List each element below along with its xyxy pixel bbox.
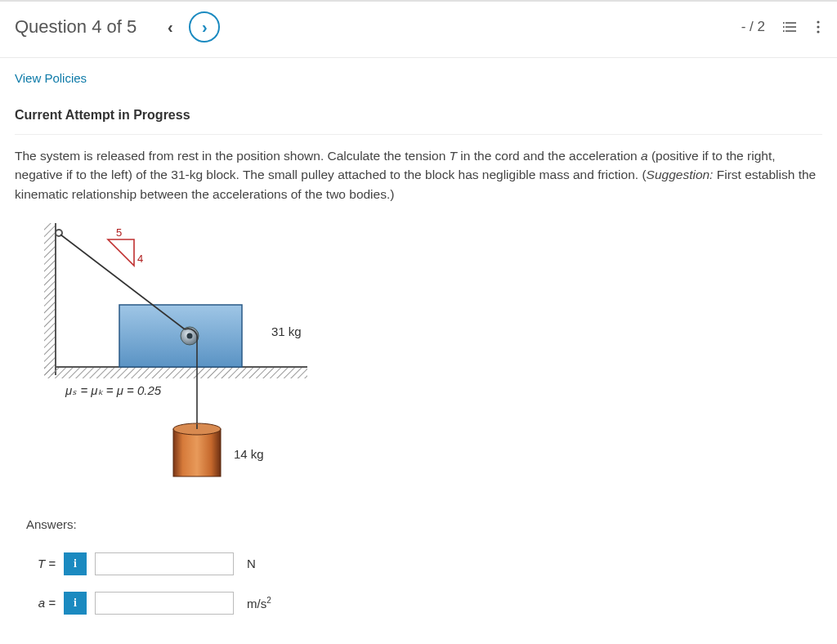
more-options-icon[interactable] (816, 20, 821, 34)
info-button-T[interactable]: i (64, 552, 87, 575)
list-icon[interactable] (783, 20, 798, 34)
slope-rise-label: 5 (116, 226, 122, 239)
svg-point-6 (817, 20, 819, 23)
answers-heading: Answers: (26, 517, 822, 531)
chevron-left-icon: ‹ (168, 18, 173, 37)
problem-diagram: 5 4 31 kg μₛ = μₖ = μ = 0.25 14 kg (29, 223, 307, 493)
answer-row-tension: T = i N (33, 552, 822, 575)
svg-point-4 (783, 26, 785, 28)
answer-var-a: a = (33, 596, 56, 610)
svg-point-3 (783, 22, 785, 24)
question-title: Question 4 of 5 (15, 16, 137, 38)
svg-rect-10 (44, 223, 56, 375)
svg-point-17 (187, 333, 193, 338)
unit-a: m/s2 (247, 596, 271, 610)
svg-point-5 (783, 30, 785, 32)
svg-rect-18 (173, 429, 221, 476)
acceleration-input[interactable] (95, 592, 234, 615)
svg-point-8 (817, 30, 819, 33)
question-header: Question 4 of 5 ‹ › - / 2 (0, 2, 837, 58)
next-question-button[interactable]: › (189, 11, 220, 42)
hanging-mass-label: 14 kg (234, 447, 264, 461)
friction-coeff-label: μₛ = μₖ = μ = 0.25 (65, 383, 162, 397)
score-display: - / 2 (741, 19, 765, 35)
prev-question-button[interactable]: ‹ (154, 11, 186, 42)
attempt-status: Current Attempt in Progress (15, 108, 822, 123)
answer-row-acceleration: a = i m/s2 (33, 592, 822, 615)
info-button-a[interactable]: i (64, 592, 87, 615)
divider (15, 134, 822, 135)
chevron-right-icon: › (202, 18, 208, 37)
block-mass-label: 31 kg (271, 324, 302, 338)
problem-statement: The system is released from rest in the … (15, 146, 822, 203)
view-policies-link[interactable]: View Policies (15, 71, 87, 85)
tension-input[interactable] (95, 552, 234, 575)
svg-point-7 (817, 25, 819, 28)
svg-rect-12 (44, 367, 307, 378)
unit-T: N (247, 557, 256, 570)
answer-var-T: T = (33, 557, 56, 570)
slope-run-label: 4 (137, 253, 143, 265)
